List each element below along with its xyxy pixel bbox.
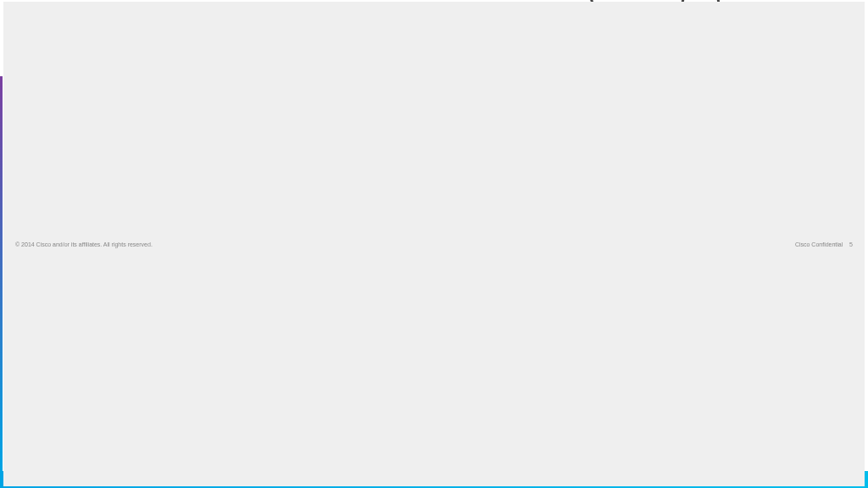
footer: © 2014 Cisco and/or its affiliates. All …: [3, 2, 865, 486]
page-number: 5: [849, 241, 853, 247]
copyright: © 2014 Cisco and/or its affiliates. All …: [15, 241, 153, 247]
confidential-label: Cisco Confidential: [795, 241, 843, 247]
accent-stripe: [0, 76, 3, 471]
